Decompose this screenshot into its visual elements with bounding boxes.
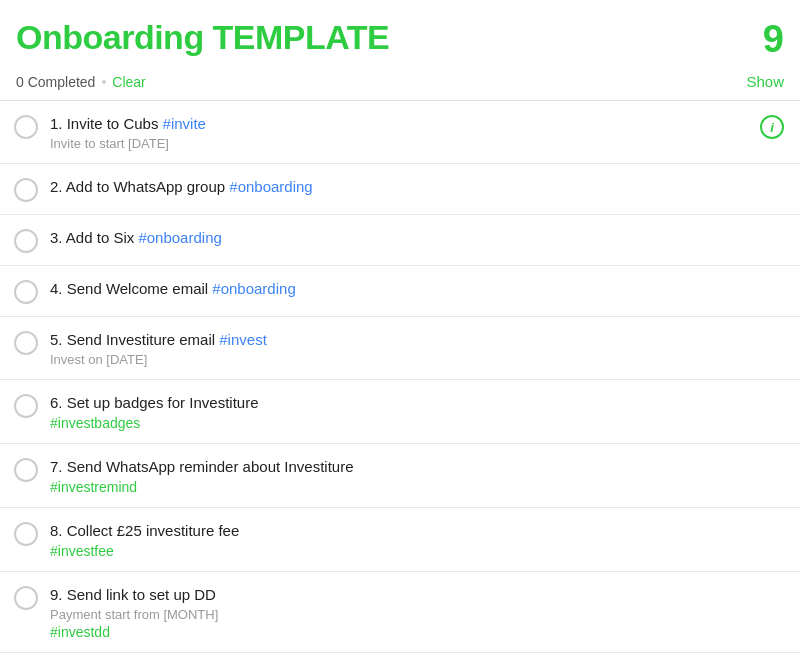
completed-count: 0 [16,74,24,90]
task-content: 8. Collect £25 investiture fee #investfe… [50,520,784,559]
task-tag-block[interactable]: #investremind [50,479,784,495]
info-icon[interactable]: i [760,115,784,139]
task-tag[interactable]: #invest [219,331,267,348]
task-content: 6. Set up badges for Investiture #invest… [50,392,784,431]
task-checkbox[interactable] [14,115,38,139]
page-header: Onboarding TEMPLATE 9 [0,0,800,69]
task-checkbox[interactable] [14,178,38,202]
task-item: 5. Send Investiture email #investInvest … [0,317,800,380]
task-number: 8. [50,522,67,539]
task-item: 4. Send Welcome email #onboarding [0,266,800,317]
task-title: 1. Invite to Cubs #invite [50,115,206,132]
task-tag[interactable]: #onboarding [138,229,221,246]
task-content: 7. Send WhatsApp reminder about Investit… [50,456,784,495]
task-main-text: Add to Six [66,229,139,246]
task-tag[interactable]: #onboarding [212,280,295,297]
task-title: 2. Add to WhatsApp group #onboarding [50,178,313,195]
task-number: 9. [50,586,67,603]
task-tag-block[interactable]: #investfee [50,543,784,559]
task-checkbox[interactable] [14,331,38,355]
task-number: 7. [50,458,67,475]
task-main-text: Add to WhatsApp group [66,178,229,195]
task-number: 3. [50,229,66,246]
task-checkbox[interactable] [14,458,38,482]
task-content: 3. Add to Six #onboarding [50,227,784,248]
task-content: 4. Send Welcome email #onboarding [50,278,784,299]
task-number: 5. [50,331,67,348]
task-title: 7. Send WhatsApp reminder about Investit… [50,458,354,475]
completed-count-label: 0 Completed [16,74,95,90]
task-main-text: Send Welcome email [67,280,213,297]
task-tag[interactable]: #invite [163,115,206,132]
dot-separator: • [101,74,106,90]
task-main-text: Send Investiture email [67,331,220,348]
task-content: 1. Invite to Cubs #inviteInvite to start… [50,113,748,151]
task-title: 9. Send link to set up DD [50,586,216,603]
task-list: 1. Invite to Cubs #inviteInvite to start… [0,101,800,653]
task-item: 3. Add to Six #onboarding [0,215,800,266]
task-title: 6. Set up badges for Investiture [50,394,258,411]
task-checkbox[interactable] [14,229,38,253]
task-main-text: Send WhatsApp reminder about Investiture [67,458,354,475]
task-subtitle: Invest on [DATE] [50,352,784,367]
task-tag-block[interactable]: #investdd [50,624,784,640]
task-checkbox[interactable] [14,280,38,304]
completed-label: Completed [28,74,96,90]
page-title: Onboarding TEMPLATE [16,18,389,57]
task-item: 7. Send WhatsApp reminder about Investit… [0,444,800,508]
task-item: 9. Send link to set up DD Payment start … [0,572,800,653]
task-number: 1. [50,115,67,132]
task-content: 9. Send link to set up DD Payment start … [50,584,784,640]
task-tag[interactable]: #onboarding [229,178,312,195]
task-number: 4. [50,280,67,297]
task-main-text: Send link to set up DD [67,586,216,603]
task-checkbox[interactable] [14,394,38,418]
task-title: 4. Send Welcome email #onboarding [50,280,296,297]
subheader: 0 Completed • Clear Show [0,69,800,101]
task-checkbox[interactable] [14,586,38,610]
task-item: 1. Invite to Cubs #inviteInvite to start… [0,101,800,164]
task-subtitle: Invite to start [DATE] [50,136,748,151]
task-tag-block[interactable]: #investbadges [50,415,784,431]
task-main-text: Invite to Cubs [67,115,163,132]
task-checkbox[interactable] [14,522,38,546]
task-main-text: Set up badges for Investiture [67,394,259,411]
task-title: 3. Add to Six #onboarding [50,229,222,246]
task-item: 6. Set up badges for Investiture #invest… [0,380,800,444]
task-subtitle: Payment start from [MONTH] [50,607,784,622]
task-title: 8. Collect £25 investiture fee [50,522,239,539]
completed-info: 0 Completed • Clear [16,74,146,90]
task-number: 6. [50,394,67,411]
task-number: 2. [50,178,66,195]
task-title: 5. Send Investiture email #invest [50,331,267,348]
show-link[interactable]: Show [746,73,784,90]
task-item: 8. Collect £25 investiture fee #investfe… [0,508,800,572]
task-main-text: Collect £25 investiture fee [67,522,240,539]
task-count-badge: 9 [763,18,784,61]
task-content: 5. Send Investiture email #investInvest … [50,329,784,367]
clear-link[interactable]: Clear [112,74,145,90]
task-content: 2. Add to WhatsApp group #onboarding [50,176,784,197]
task-item: 2. Add to WhatsApp group #onboarding [0,164,800,215]
